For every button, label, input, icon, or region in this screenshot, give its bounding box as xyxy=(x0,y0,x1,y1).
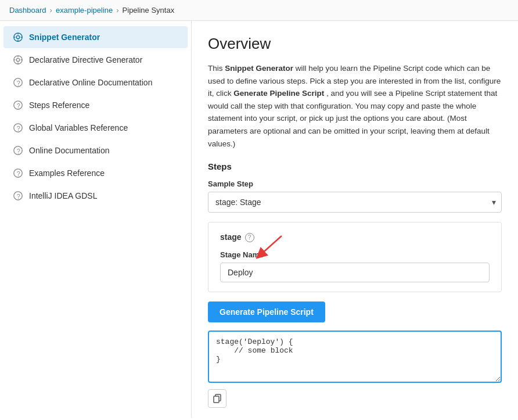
help-icon-wrapper: ? xyxy=(245,232,254,242)
main-content: Overview This Snippet Generator will hel… xyxy=(192,21,518,418)
copy-icon xyxy=(213,394,222,403)
stage-label: stage xyxy=(220,232,242,242)
sidebar-item-snippet-generator[interactable]: Snippet Generator xyxy=(3,26,188,48)
sidebar-item-declarative-directive-generator[interactable]: Declarative Directive Generator xyxy=(3,49,188,71)
svg-text:?: ? xyxy=(17,170,20,177)
bold-generate: Generate Pipeline Script xyxy=(233,89,324,98)
steps-heading: Steps xyxy=(208,161,502,171)
stage-name-input[interactable] xyxy=(220,263,490,282)
bold-snippet: Snippet Generator xyxy=(225,64,293,73)
breadcrumb-sep2: › xyxy=(116,6,118,15)
sidebar-label-examples: Examples Reference xyxy=(29,168,105,178)
sidebar-label-intellij: IntelliJ IDEA GDSL xyxy=(29,191,98,200)
copy-to-clipboard-button[interactable] xyxy=(208,389,226,408)
overview-description: This Snippet Generator will help you lea… xyxy=(208,62,502,150)
svg-text:?: ? xyxy=(17,102,20,109)
stage-label-row: stage ? xyxy=(220,232,490,242)
sidebar-label-global-variables: Global Variables Reference xyxy=(29,123,128,132)
sample-step-label: Sample Step xyxy=(208,180,502,188)
svg-point-1 xyxy=(16,35,19,38)
breadcrumb: Dashboard › example-pipeline › Pipeline … xyxy=(0,0,518,21)
question-circle-icon2: ? xyxy=(13,100,23,110)
question-circle-icon5: ? xyxy=(13,168,23,178)
sidebar-item-online-docs[interactable]: ? Online Documentation xyxy=(3,139,188,161)
gear-circle-icon2 xyxy=(13,55,23,65)
question-circle-icon3: ? xyxy=(13,123,23,133)
app-layout: Snippet Generator Declarative Directive … xyxy=(0,21,518,418)
sample-step-select[interactable]: stage: Stage echo: Print Message sh: She… xyxy=(208,192,502,213)
desc-text3: , and you will see a Pipeline Script sta… xyxy=(208,89,497,148)
sidebar-label-declarative-directive: Declarative Directive Generator xyxy=(29,55,142,64)
sidebar-label-snippet-generator: Snippet Generator xyxy=(29,33,100,42)
stage-config-box: stage ? Stage Name xyxy=(208,222,502,292)
svg-text:?: ? xyxy=(17,125,20,132)
sidebar-item-steps-reference[interactable]: ? Steps Reference xyxy=(3,94,188,116)
stage-name-label: Stage Name xyxy=(220,250,490,259)
breadcrumb-current: Pipeline Syntax xyxy=(123,6,175,15)
question-circle-icon4: ? xyxy=(13,145,23,156)
svg-text:?: ? xyxy=(17,148,20,155)
svg-text:?: ? xyxy=(17,193,20,200)
breadcrumb-sep1: › xyxy=(50,6,52,15)
svg-rect-26 xyxy=(214,396,219,403)
sidebar: Snippet Generator Declarative Directive … xyxy=(0,21,192,418)
sample-step-dropdown-container: stage: Stage echo: Print Message sh: She… xyxy=(208,192,502,213)
svg-text:?: ? xyxy=(17,80,20,87)
help-icon[interactable]: ? xyxy=(245,233,254,242)
page-title: Overview xyxy=(208,35,502,53)
sidebar-label-online-docs: Online Documentation xyxy=(29,146,110,155)
sidebar-item-declarative-online-docs[interactable]: ? Declarative Online Documentation xyxy=(3,71,188,94)
output-container: stage('Deploy') { // some block } xyxy=(208,331,502,385)
sidebar-item-examples-reference[interactable]: ? Examples Reference xyxy=(3,162,188,184)
question-circle-icon1: ? xyxy=(13,77,23,88)
breadcrumb-dashboard[interactable]: Dashboard xyxy=(9,6,46,15)
question-circle-icon6: ? xyxy=(13,191,23,201)
breadcrumb-pipeline[interactable]: example-pipeline xyxy=(56,6,113,15)
generate-pipeline-script-button[interactable]: Generate Pipeline Script xyxy=(208,301,325,322)
gear-circle-icon xyxy=(13,32,23,42)
sidebar-item-intellij[interactable]: ? IntelliJ IDEA GDSL xyxy=(3,185,188,207)
output-textarea[interactable]: stage('Deploy') { // some block } xyxy=(208,331,502,383)
sidebar-label-steps-reference: Steps Reference xyxy=(29,100,89,110)
svg-point-7 xyxy=(16,58,19,61)
sidebar-label-declarative-online: Declarative Online Documentation xyxy=(29,78,152,87)
sidebar-item-global-variables[interactable]: ? Global Variables Reference xyxy=(3,117,188,139)
